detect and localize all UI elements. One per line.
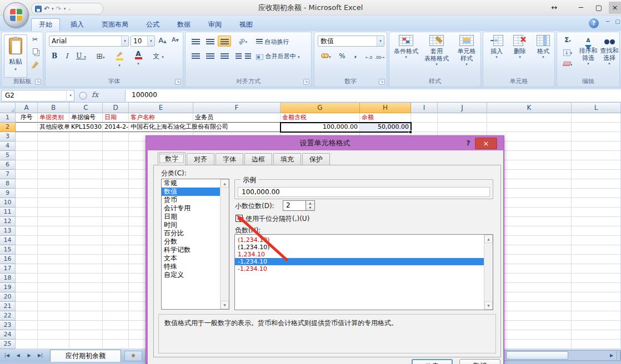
window-resize-button[interactable]: ↔ xyxy=(547,2,562,14)
ribbon-tab-页面布局[interactable]: 页面布局 xyxy=(94,18,136,31)
phonetic-dropdown-icon[interactable]: ▾ xyxy=(162,55,164,59)
accounting-format-button[interactable]: ▾ xyxy=(318,50,334,62)
font-size-select[interactable]: 10 ▾ xyxy=(131,36,155,47)
align-top-button[interactable] xyxy=(189,36,202,47)
cell-C6[interactable] xyxy=(69,160,103,170)
category-option-时间[interactable]: 时间 xyxy=(162,221,221,229)
cell-D19[interactable] xyxy=(103,283,129,292)
ribbon-tab-审阅[interactable]: 审阅 xyxy=(201,18,229,31)
save-icon[interactable] xyxy=(35,6,42,12)
cell-A1[interactable]: 序号 xyxy=(16,113,38,123)
autosum-button[interactable]: Σ▾ xyxy=(559,34,576,46)
fx-icon[interactable]: fx xyxy=(92,90,98,99)
row-header-7[interactable]: 7 xyxy=(0,170,16,179)
increase-decimal-button[interactable]: ←.0 xyxy=(364,50,374,62)
row-header-15[interactable]: 15 xyxy=(0,245,16,255)
cell-A24[interactable] xyxy=(16,330,38,340)
cell-C16[interactable] xyxy=(69,255,103,264)
dialog-help-icon[interactable]: ? xyxy=(463,138,474,149)
cell-B21[interactable] xyxy=(38,302,69,311)
cell-B2[interactable]: 其他应收单 xyxy=(38,123,69,132)
cell-C20[interactable] xyxy=(69,292,103,302)
format-dropdown-icon[interactable]: ▾ xyxy=(533,55,554,59)
cell-L22[interactable] xyxy=(572,311,621,321)
insert-cells-button[interactable]: 插入 ▾ xyxy=(485,34,508,80)
align-left-button[interactable] xyxy=(189,50,202,61)
row-header-8[interactable]: 8 xyxy=(0,179,16,189)
row-header-24[interactable]: 24 xyxy=(0,330,16,340)
name-box[interactable]: G2 xyxy=(1,90,74,102)
category-option-数值[interactable]: 数值 xyxy=(162,188,221,196)
cell-C21[interactable] xyxy=(69,302,103,311)
sheet-tab-active[interactable]: 应付期初余额 xyxy=(50,350,121,362)
negative-option-1[interactable]: (1,234.10) xyxy=(235,236,484,244)
column-header-D[interactable]: D xyxy=(103,103,129,113)
column-header-E[interactable]: E xyxy=(129,103,193,113)
row-header-16[interactable]: 16 xyxy=(0,255,16,264)
cell-L21[interactable] xyxy=(572,302,621,311)
column-header-G[interactable]: G xyxy=(281,103,360,113)
cell-A19[interactable] xyxy=(16,283,38,292)
cell-A15[interactable] xyxy=(16,245,38,255)
cell-L2[interactable] xyxy=(572,123,621,132)
cell-D7[interactable] xyxy=(103,170,129,179)
cell-B23[interactable] xyxy=(38,321,69,330)
sort-filter-button[interactable]: A 排序和 筛选 ▾ xyxy=(578,34,598,80)
cell-L11[interactable] xyxy=(572,208,621,217)
cell-B22[interactable] xyxy=(38,311,69,321)
cell-L24[interactable] xyxy=(572,330,621,340)
row-header-18[interactable]: 18 xyxy=(0,274,16,283)
cell-B20[interactable] xyxy=(38,292,69,302)
row-header-10[interactable]: 10 xyxy=(0,198,16,208)
cut-button[interactable]: ✂ xyxy=(28,35,42,46)
select-all-corner[interactable] xyxy=(0,103,16,113)
cell-D16[interactable] xyxy=(103,255,129,264)
cell-B6[interactable] xyxy=(38,160,69,170)
row-header-23[interactable]: 23 xyxy=(0,321,16,330)
category-option-百分比[interactable]: 百分比 xyxy=(162,229,221,237)
cell-L7[interactable] xyxy=(572,170,621,179)
cell-L25[interactable] xyxy=(572,340,621,349)
cell-B7[interactable] xyxy=(38,170,69,179)
cell-C5[interactable] xyxy=(69,151,103,160)
font-name-dropdown-icon[interactable]: ▾ xyxy=(121,36,128,46)
ribbon-tab-插入[interactable]: 插入 xyxy=(63,18,91,31)
merge-dropdown-icon[interactable]: ▾ xyxy=(298,55,300,59)
format-as-table-button[interactable]: 套用 表格格式 ▾ xyxy=(422,34,452,80)
clipboard-dialog-launcher[interactable]: ↘ xyxy=(35,79,41,85)
cell-K2[interactable] xyxy=(487,123,572,132)
cell-D25[interactable] xyxy=(103,340,129,349)
cell-A20[interactable] xyxy=(16,292,38,302)
cell-L14[interactable] xyxy=(572,236,621,245)
cell-C14[interactable] xyxy=(69,236,103,245)
window-close-button[interactable]: × xyxy=(609,2,621,14)
conditional-formatting-dropdown-icon[interactable]: ▾ xyxy=(392,55,420,59)
cell-B9[interactable] xyxy=(38,189,69,198)
cell-A13[interactable] xyxy=(16,226,38,236)
row-header-20[interactable]: 20 xyxy=(0,292,16,302)
column-header-J[interactable]: J xyxy=(438,103,487,113)
wrap-text-button[interactable]: 自动换行 xyxy=(254,36,309,47)
italic-button[interactable]: I xyxy=(61,50,72,62)
spinner-down-icon[interactable]: ▼ xyxy=(306,205,314,210)
font-name-select[interactable]: Arial ▾ xyxy=(49,36,129,47)
cell-C19[interactable] xyxy=(69,283,103,292)
row-header-2[interactable]: 2 xyxy=(0,123,16,132)
grow-font-button[interactable]: A▲ xyxy=(157,36,168,47)
row-header-21[interactable]: 21 xyxy=(0,302,16,311)
cell-C15[interactable] xyxy=(69,245,103,255)
cell-A16[interactable] xyxy=(16,255,38,264)
cell-B11[interactable] xyxy=(38,208,69,217)
align-bottom-button[interactable] xyxy=(218,36,231,47)
cell-C13[interactable] xyxy=(69,226,103,236)
row-header-1[interactable]: 1 xyxy=(0,113,16,123)
decimal-places-input[interactable]: 2 xyxy=(283,200,306,211)
cell-B3[interactable] xyxy=(38,132,69,141)
row-header-6[interactable]: 6 xyxy=(0,160,16,170)
cell-L10[interactable] xyxy=(572,198,621,208)
cell-L12[interactable] xyxy=(572,217,621,226)
cell-L17[interactable] xyxy=(572,264,621,274)
font-color-button[interactable]: A▾ xyxy=(130,50,147,62)
fill-color-button[interactable]: ▾ xyxy=(111,50,128,62)
align-middle-button[interactable] xyxy=(203,36,217,47)
